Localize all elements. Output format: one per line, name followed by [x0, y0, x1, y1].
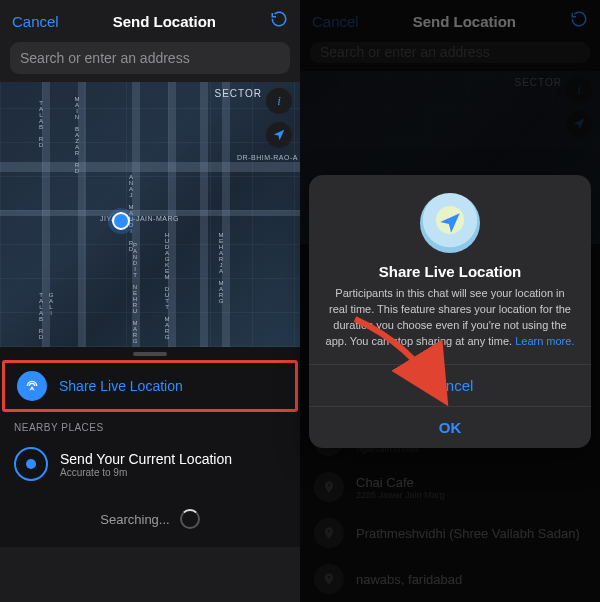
dialog-title: Share Live Location — [325, 263, 575, 280]
street-label: GALI — [48, 292, 54, 316]
share-live-location-dialog: Share Live Location Participants in this… — [309, 175, 591, 448]
dialog-body: Participants in this chat will see your … — [325, 286, 575, 350]
street-label: ANAJ MANDI RD — [128, 174, 134, 252]
street-label: HUDAGKEM DUTT MARG — [164, 232, 170, 340]
spinner-icon — [180, 509, 200, 529]
street-label: PANDIT NEHRU MARG — [132, 242, 138, 344]
searching-row: Searching... — [0, 491, 300, 547]
page-title: Send Location — [113, 13, 216, 30]
searching-label: Searching... — [100, 512, 169, 527]
cancel-button[interactable]: Cancel — [12, 13, 59, 30]
accuracy-label: Accurate to 9m — [60, 467, 232, 478]
broadcast-icon — [17, 371, 47, 401]
nearby-places-header: NEARBY PLACES — [0, 414, 300, 437]
share-live-location-row[interactable]: Share Live Location — [2, 360, 298, 412]
bottom-sheet: Share Live Location NEARBY PLACES Send Y… — [0, 347, 300, 547]
learn-more-link[interactable]: Learn more. — [515, 335, 574, 347]
live-location-icon — [420, 193, 480, 253]
map-sector-label: SECTOR — [215, 88, 263, 99]
street-label: TALAB RD — [38, 292, 44, 340]
sheet-grabber[interactable] — [133, 352, 167, 356]
current-location-icon — [14, 447, 48, 481]
street-label: TALAB RD — [38, 100, 44, 148]
right-screenshot: Cancel Send Location Search or enter an … — [300, 0, 600, 602]
refresh-icon[interactable] — [270, 10, 288, 32]
search-placeholder: Search or enter an address — [20, 50, 190, 66]
left-screenshot: Cancel Send Location Search or enter an … — [0, 0, 300, 602]
dialog-ok-button[interactable]: OK — [309, 406, 591, 448]
location-arrow-icon[interactable] — [266, 122, 292, 148]
user-location-dot — [112, 212, 130, 230]
send-current-location-label: Send Your Current Location — [60, 451, 232, 467]
share-live-location-label: Share Live Location — [59, 378, 183, 394]
street-label: DR-BHIM-RAO-A — [237, 154, 298, 161]
header: Cancel Send Location — [0, 0, 300, 38]
info-icon[interactable]: i — [266, 88, 292, 114]
dialog-cancel-button[interactable]: Cancel — [309, 365, 591, 406]
street-label: MEHARJA MARG — [218, 232, 224, 304]
map[interactable]: SECTOR DR-BHIM-RAO-A JIYA-LAL-JAIN-MARG … — [0, 82, 300, 347]
street-label: MAIN BAZAR RD — [74, 96, 80, 174]
search-input[interactable]: Search or enter an address — [10, 42, 290, 74]
send-current-location-row[interactable]: Send Your Current Location Accurate to 9… — [0, 437, 300, 491]
